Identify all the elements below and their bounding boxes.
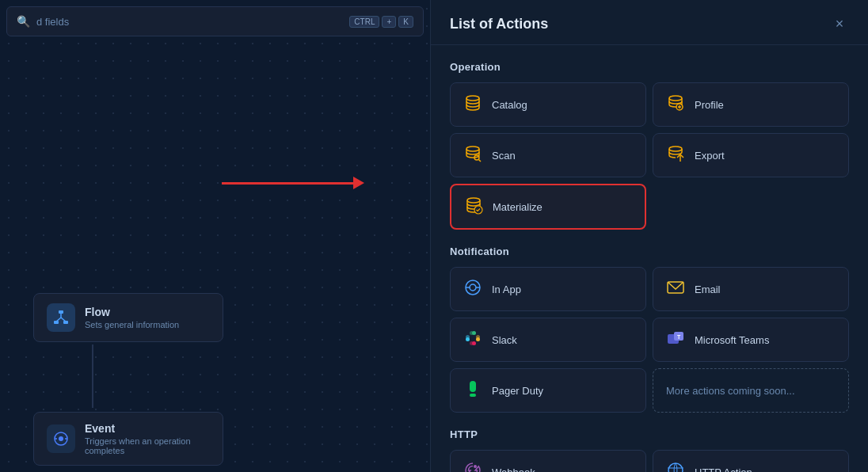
more-label: More actions coming soon... [666, 385, 795, 397]
action-pagerduty[interactable]: Pager Duty [450, 368, 646, 413]
export-icon [666, 144, 685, 166]
email-label: Email [695, 284, 721, 295]
arrow-indicator [222, 177, 364, 189]
svg-rect-39 [470, 394, 476, 397]
ctrl-key: CTRL [349, 16, 379, 28]
panel-body: Operation Catalog [431, 45, 868, 472]
catalog-label: Catalog [492, 99, 527, 111]
msteams-icon: T [666, 329, 685, 351]
search-text: d fields [36, 16, 69, 28]
arrow-line [222, 182, 353, 185]
http-grid: Webhook HTTP Action [450, 450, 849, 472]
action-msteams[interactable]: T Microsoft Teams [653, 318, 849, 362]
event-node-subtitle: Triggers when an operation completes [85, 436, 210, 455]
svg-rect-0 [59, 310, 63, 314]
actions-panel: List of Actions × Operation Catalog [430, 0, 868, 472]
event-node-text: Event Triggers when an operation complet… [85, 422, 210, 455]
action-webhook[interactable]: Webhook [450, 450, 646, 472]
search-bar[interactable]: 🔍 d fields CTRL + K [6, 6, 424, 36]
slack-label: Slack [492, 334, 517, 346]
scan-label: Scan [492, 150, 516, 162]
inapp-label: In App [492, 284, 521, 295]
action-inapp[interactable]: In App [450, 267, 646, 311]
svg-point-10 [466, 96, 479, 101]
search-icon: 🔍 [17, 15, 30, 28]
flow-node-title: Flow [85, 306, 179, 318]
catalog-icon [463, 93, 482, 116]
export-label: Export [695, 150, 725, 162]
flow-node-icon [47, 303, 75, 332]
flow-node[interactable]: Flow Sets general information [33, 293, 223, 342]
svg-rect-28 [466, 335, 470, 339]
action-slack[interactable]: Slack [450, 318, 646, 362]
section-label-notification: Notification [450, 246, 849, 257]
flow-node-subtitle: Sets general information [85, 320, 179, 329]
httpaction-icon [666, 461, 685, 472]
profile-label: Profile [695, 99, 724, 111]
svg-point-41 [474, 465, 477, 468]
svg-point-7 [59, 436, 63, 441]
canvas-panel: 🔍 d fields CTRL + K Flow Sets general in… [0, 0, 430, 472]
pagerduty-icon [463, 379, 482, 402]
panel-title: List of Actions [450, 16, 548, 32]
panel-header: List of Actions × [431, 0, 868, 45]
webhook-label: Webhook [492, 466, 535, 473]
section-label-operation: Operation [450, 61, 849, 73]
action-catalog[interactable]: Catalog [450, 82, 646, 127]
svg-text:T: T [677, 334, 681, 340]
webhook-icon [463, 461, 482, 472]
action-scan[interactable]: Scan [450, 133, 646, 177]
svg-point-11 [669, 96, 682, 101]
section-label-http: HTTP [450, 428, 849, 440]
keyboard-shortcut: CTRL + K [349, 16, 413, 28]
arrow-head [353, 177, 364, 189]
operation-grid: Catalog Profile [450, 82, 849, 230]
httpaction-label: HTTP Action [695, 466, 752, 473]
scan-icon [463, 144, 482, 166]
action-materialize[interactable]: Materialize [450, 184, 646, 230]
pagerduty-label: Pager Duty [492, 385, 543, 397]
connector-line [92, 344, 93, 408]
k-key: K [398, 16, 413, 28]
svg-rect-30 [470, 331, 474, 335]
svg-rect-38 [470, 381, 476, 392]
close-button[interactable]: × [830, 14, 849, 33]
email-icon [666, 278, 685, 300]
action-more: More actions coming soon... [653, 368, 849, 413]
svg-rect-32 [476, 335, 480, 339]
flow-node-text: Flow Sets general information [85, 306, 179, 329]
slack-icon [463, 329, 482, 351]
svg-line-17 [479, 160, 482, 162]
materialize-label: Materialize [493, 201, 542, 213]
plus-key: + [382, 16, 396, 28]
svg-point-20 [467, 198, 480, 203]
action-email[interactable]: Email [653, 267, 849, 311]
event-node-title: Event [85, 422, 210, 435]
action-httpaction[interactable]: HTTP Action [653, 450, 849, 472]
event-node-icon [47, 424, 75, 453]
svg-rect-34 [470, 341, 474, 345]
svg-point-23 [470, 284, 476, 291]
svg-line-5 [61, 318, 66, 322]
action-export[interactable]: Export [653, 133, 849, 177]
notification-grid: In App Email [450, 267, 849, 413]
svg-line-4 [56, 318, 61, 322]
msteams-label: Microsoft Teams [695, 334, 769, 346]
event-node[interactable]: Event Triggers when an operation complet… [33, 412, 223, 466]
action-profile[interactable]: Profile [653, 82, 849, 127]
svg-point-15 [466, 147, 479, 151]
materialize-icon [464, 196, 483, 218]
inapp-icon [463, 278, 482, 300]
profile-icon [666, 93, 685, 116]
svg-point-18 [669, 147, 682, 151]
